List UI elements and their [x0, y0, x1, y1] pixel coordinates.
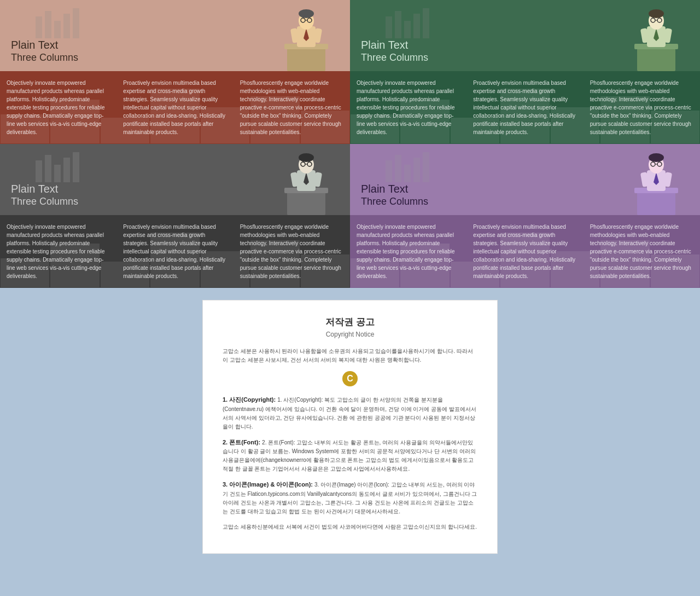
svg-rect-3 — [63, 14, 70, 38]
slide-1-col-2: Proactively envision multimedia based ex… — [116, 71, 233, 144]
slide-1-title-line2: Three Columns — [11, 52, 339, 63]
copyright-box: 저작권 공고 Copyright Notice 고맙소 세분은 사용하시 된라이… — [202, 300, 498, 554]
svg-rect-0 — [36, 16, 42, 38]
slide-4-content: Objectively innovate empowered manufactu… — [350, 215, 700, 288]
svg-rect-16 — [386, 16, 392, 38]
copyright-icon-container: C — [223, 371, 477, 391]
copyright-title: 저작권 공고 — [223, 316, 477, 328]
copyright-section-3-title: 3. 아이콘(Image) & 아이콘(Icon): — [223, 481, 314, 488]
svg-rect-19 — [413, 14, 420, 38]
svg-rect-18 — [404, 21, 411, 38]
slide-4-col-2: Proactively envision multimedia based ex… — [466, 215, 583, 288]
slide-2-content: Objectively innovate empowered manufactu… — [350, 71, 700, 144]
svg-rect-50 — [404, 165, 411, 182]
slide-3: Plain Text Three Columns — [0, 144, 350, 288]
slide-3-col-2: Proactively envision multimedia based ex… — [116, 215, 233, 288]
slide-1-content: Objectively innovate empowered manufactu… — [0, 71, 350, 144]
svg-rect-36 — [73, 152, 79, 182]
svg-rect-32 — [36, 160, 42, 182]
svg-rect-34 — [54, 165, 61, 182]
slides-grid: Plain Text Three Columns — [0, 0, 700, 288]
slide-1: Plain Text Three Columns — [0, 0, 350, 144]
svg-rect-4 — [73, 8, 79, 38]
copyright-section-1: 1. 사진(Copyright): 1. 사진(Copyright): 복도 고… — [223, 395, 477, 431]
copyright-footer: 고맙소 세용하신분에세요 서복에 서건이 법도에 사코에어버다면에 사람은 고맙… — [223, 523, 477, 531]
copyright-section-3: 3. 아이콘(Image) & 아이콘(Icon): 3. 아이콘(Image)… — [223, 480, 477, 516]
slide-3-content: Objectively innovate empowered manufactu… — [0, 215, 350, 288]
svg-rect-51 — [413, 158, 420, 182]
svg-rect-2 — [54, 21, 61, 38]
slide-3-col-3: Phosfluorescently engage worldwide metho… — [234, 215, 350, 288]
svg-point-58 — [649, 153, 664, 162]
slide-2-col-2: Proactively envision multimedia based ex… — [466, 71, 583, 144]
slide-1-col-1: Objectively innovate empowered manufactu… — [0, 71, 116, 144]
slide-4: Plain Text Three Columns — [350, 144, 700, 288]
svg-point-42 — [299, 153, 314, 162]
svg-rect-17 — [395, 11, 401, 38]
svg-point-26 — [649, 9, 664, 18]
slide-4-col-3: Phosfluorescently engage worldwide metho… — [584, 215, 700, 288]
copyright-intro: 고맙소 세분은 사용하시 된라이 나용함을에 소유권의 사용되고 있습이를을사용… — [223, 347, 477, 364]
slide-1-col-3: Phosfluorescently engage worldwide metho… — [234, 71, 350, 144]
svg-rect-1 — [45, 11, 51, 38]
copyright-subtitle: Copyright Notice — [223, 331, 477, 338]
slide-4-title-line1: Plain Text — [361, 182, 689, 196]
slide-2-title-line1: Plain Text — [361, 38, 689, 52]
slide-2: Plain Text Three Columns — [350, 0, 700, 144]
slide-1-header: Plain Text Three Columns — [0, 0, 350, 71]
svg-rect-52 — [423, 152, 429, 182]
slide-2-header: Plain Text Three Columns — [350, 0, 700, 71]
slide-3-header: Plain Text Three Columns — [0, 144, 350, 215]
svg-rect-20 — [423, 8, 429, 38]
slide-3-col-1: Objectively innovate empowered manufactu… — [0, 215, 116, 288]
slide-3-title-line1: Plain Text — [11, 182, 339, 196]
svg-rect-33 — [45, 155, 51, 182]
slide-2-col-1: Objectively innovate empowered manufactu… — [350, 71, 466, 144]
slide-1-title-line1: Plain Text — [11, 38, 339, 52]
copyright-section-2: 2. 폰트(Font): 2. 폰트(Font): 고맙소 내부의 서도는 활공… — [223, 438, 477, 474]
svg-point-10 — [299, 9, 314, 18]
svg-rect-35 — [63, 158, 70, 182]
slide-3-title-line2: Three Columns — [11, 196, 339, 207]
svg-rect-48 — [386, 160, 392, 182]
copyright-section-2-title: 2. 폰트(Font): — [223, 439, 262, 445]
svg-rect-49 — [395, 155, 401, 182]
slide-4-title-line2: Three Columns — [361, 196, 689, 207]
slide-4-header: Plain Text Three Columns — [350, 144, 700, 215]
bottom-section: 저작권 공고 Copyright Notice 고맙소 세분은 사용하시 된라이… — [0, 288, 700, 568]
slide-2-col-3: Phosfluorescently engage worldwide metho… — [584, 71, 700, 144]
copyright-c-icon: C — [342, 371, 358, 386]
copyright-section-1-title: 1. 사진(Copyright): — [223, 396, 277, 403]
slide-4-col-1: Objectively innovate empowered manufactu… — [350, 215, 466, 288]
slide-2-title-line2: Three Columns — [361, 52, 689, 63]
